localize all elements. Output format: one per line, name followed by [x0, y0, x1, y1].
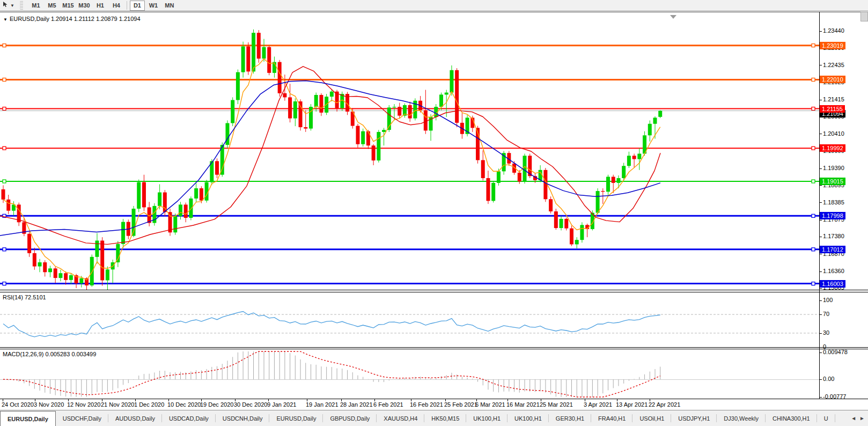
rsi-pane[interactable]: RSI(14) 72.5101 10070300: [0, 292, 868, 348]
macd-tick-label: 0.009478: [823, 349, 848, 355]
macd-label: MACD(12,26,9) 0.005283 0.003499: [3, 351, 96, 357]
timeframe-button-m5[interactable]: M5: [45, 1, 60, 11]
chart-tab-gbpusd-daily[interactable]: GBPUSD,Daily: [323, 410, 377, 426]
timeframe-buttons: M1M5M15M30H1H4D1W1MN: [26, 0, 180, 11]
chart-tab-usdcnh-daily[interactable]: USDCNH,Daily: [216, 410, 270, 426]
macd-chart[interactable]: [0, 349, 819, 399]
date-label: 16 Mar 2021: [506, 401, 540, 408]
chart-dropdown-icon[interactable]: ▼: [3, 17, 8, 22]
date-label: 6 Mar 2021: [475, 401, 505, 408]
toolbar-separator: [127, 1, 127, 10]
chevron-down-icon[interactable]: ▼: [10, 3, 14, 8]
date-label: 3 Nov 2020: [34, 401, 64, 408]
toolbar-drag-handle[interactable]: [20, 1, 23, 10]
price-tick-label: 1.16360: [823, 268, 844, 274]
price-line-badge: 1.17012: [820, 246, 845, 253]
chart-title-text: EURUSD,Daily 1.20914 1.21112 1.20879 1.2…: [10, 16, 141, 22]
price-line-badge: 1.16003: [820, 280, 845, 288]
chart-tab-dj30-weekly[interactable]: DJ30,Weekly: [717, 410, 766, 426]
price-tick-label: 1.20410: [823, 130, 844, 137]
date-label: 3 Apr 2021: [584, 401, 612, 408]
date-label: 25 Mar 2021: [540, 401, 573, 408]
date-label: 24 Oct 2020: [2, 401, 34, 408]
price-line-badge: 1.19015: [820, 178, 845, 185]
chart-tab-hk50-m15[interactable]: HK50,M15: [424, 410, 466, 426]
date-label: 10 Dec 2020: [167, 401, 201, 408]
chart-tab-uk100-h1[interactable]: UK100,H1: [466, 410, 507, 426]
rsi-chart[interactable]: [0, 292, 819, 347]
chart-tab-audusd-daily[interactable]: AUDUSD,Daily: [108, 410, 162, 426]
price-line-badge: 1.17998: [820, 212, 845, 219]
chart-tab-bar: EURUSD,DailyUSDCHF,DailyAUDUSD,DailyUSDC…: [0, 410, 868, 426]
price-line-badge: 1.19992: [820, 144, 845, 152]
date-label: 12 Nov 2020: [67, 401, 100, 408]
timeframe-button-mn[interactable]: MN: [162, 1, 177, 11]
date-label: 9 Jan 2021: [267, 401, 296, 408]
price-line-badge: 1.21155: [820, 105, 845, 113]
chart-tab-ger30-h1[interactable]: GER30,H1: [549, 410, 591, 426]
timeframe-toolbar: ▼ M1M5M15M30H1H4D1W1MN: [0, 0, 868, 11]
axis-divider: [819, 12, 820, 399]
chart-tab-xauusd-h4[interactable]: XAUUSD,H4: [377, 410, 424, 426]
chart-tab-eurusd-daily[interactable]: EURUSD,Daily: [0, 411, 56, 426]
timeframe-button-h4[interactable]: H4: [109, 1, 124, 11]
tab-scroll-right-icon[interactable]: ►: [859, 415, 865, 421]
timeframe-button-d1[interactable]: D1: [130, 1, 145, 11]
rsi-tick-label: 70: [823, 311, 829, 317]
price-tick-label: 1.17380: [823, 233, 844, 239]
cursor-tool-group[interactable]: ▼: [0, 0, 17, 11]
date-label: 21 Nov 2020: [101, 401, 134, 408]
chart-tab-u[interactable]: U: [817, 410, 835, 426]
macd-pane[interactable]: MACD(12,26,9) 0.005283 0.003499 0.009478…: [0, 349, 868, 399]
date-label: 1 Dec 2020: [134, 401, 164, 408]
chart-tab-usdchf-daily[interactable]: USDCHF,Daily: [56, 410, 108, 426]
timeframe-button-m1[interactable]: M1: [28, 1, 43, 11]
price-pane[interactable]: ▼EURUSD,Daily 1.20914 1.21112 1.20879 1.…: [0, 12, 868, 290]
price-tick-label: 1.23440: [823, 27, 844, 34]
price-line-badge: 1.23019: [820, 42, 845, 49]
rsi-tick-label: 30: [823, 329, 829, 336]
tab-scroll-left-icon[interactable]: ◄: [851, 415, 856, 421]
chart-tab-usoil-h1[interactable]: USOil,H1: [632, 410, 671, 426]
chart-shift-marker-icon[interactable]: [670, 15, 676, 19]
candlestick-chart[interactable]: [0, 12, 819, 290]
timeframe-button-w1[interactable]: W1: [146, 1, 161, 11]
price-tick-label: 1.19390: [823, 165, 844, 171]
timeframe-button-m15[interactable]: M15: [61, 1, 76, 11]
cursor-tool-icon[interactable]: [2, 1, 9, 10]
date-label: 19 Jan 2021: [306, 401, 339, 408]
trading-terminal: ▼ M1M5M15M30H1H4D1W1MN ▼EURUSD,Daily 1.2…: [0, 0, 868, 426]
date-label: 30 Dec 2020: [234, 401, 267, 408]
price-line-badge: 1.22010: [820, 76, 845, 83]
chart-title: ▼EURUSD,Daily 1.20914 1.21112 1.20879 1.…: [3, 16, 141, 22]
date-label: 6 Feb 2021: [373, 401, 403, 408]
chart-tab-usdjpy-h1[interactable]: USDJPY,H1: [671, 410, 717, 426]
macd-tick-label: 0.00: [823, 376, 834, 382]
chart-tab-fra40-h1[interactable]: FRA40,H1: [591, 410, 632, 426]
rsi-label: RSI(14) 72.5101: [3, 294, 46, 300]
chart-tab-eurusd-daily[interactable]: EURUSD,Daily: [269, 410, 323, 426]
price-tick-label: 1.18385: [823, 199, 844, 205]
timeframe-button-h1[interactable]: H1: [93, 1, 108, 11]
date-axis[interactable]: 24 Oct 20203 Nov 202012 Nov 202021 Nov 2…: [0, 399, 868, 410]
date-label: 16 Feb 2021: [410, 401, 443, 408]
rsi-tick-label: 100: [823, 297, 833, 303]
price-tick-label: 1.21415: [823, 96, 844, 102]
date-label: 19 Dec 2020: [200, 401, 233, 408]
date-label: 13 Apr 2021: [616, 401, 648, 408]
chart-tab-usdcad-daily[interactable]: USDCAD,Daily: [162, 410, 216, 426]
chart-tab-china300-h1[interactable]: CHINA300,H1: [766, 410, 817, 426]
chart-tab-uk100-h1[interactable]: UK100,H1: [507, 410, 549, 426]
price-tick-label: 1.22435: [823, 62, 844, 68]
date-label: 25 Feb 2021: [444, 401, 477, 408]
timeframe-button-m30[interactable]: M30: [77, 1, 92, 11]
date-label: 22 Apr 2021: [649, 401, 680, 408]
date-label: 28 Jan 2021: [340, 401, 373, 408]
scrollbar-fragment[interactable]: [860, 12, 868, 21]
